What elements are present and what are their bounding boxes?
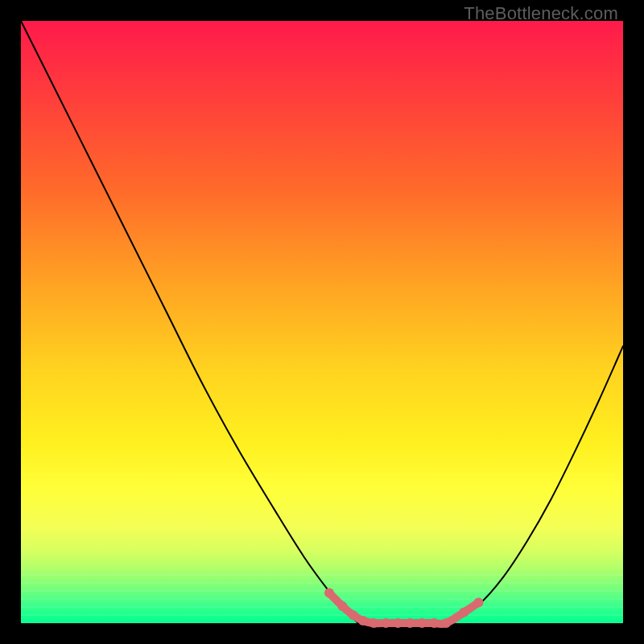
marker-dot [429, 618, 439, 628]
chart-svg-layer [21, 21, 623, 623]
curve-left [21, 21, 358, 623]
marker-dot [358, 616, 368, 625]
marker-dot [405, 618, 415, 628]
marker-dot [473, 598, 483, 608]
marker-dot [460, 608, 469, 617]
watermark-text: TheBottleneck.com [464, 3, 618, 24]
chart-frame [21, 21, 623, 623]
marker-dot [337, 601, 347, 611]
marker-dot [369, 618, 378, 628]
marker-dot [324, 588, 334, 598]
marker-dot [441, 618, 451, 628]
marker-dot [393, 618, 402, 628]
marker-dot [417, 618, 427, 628]
curve-right [455, 346, 623, 622]
marker-dot [349, 610, 358, 620]
marker-dot [381, 618, 390, 628]
